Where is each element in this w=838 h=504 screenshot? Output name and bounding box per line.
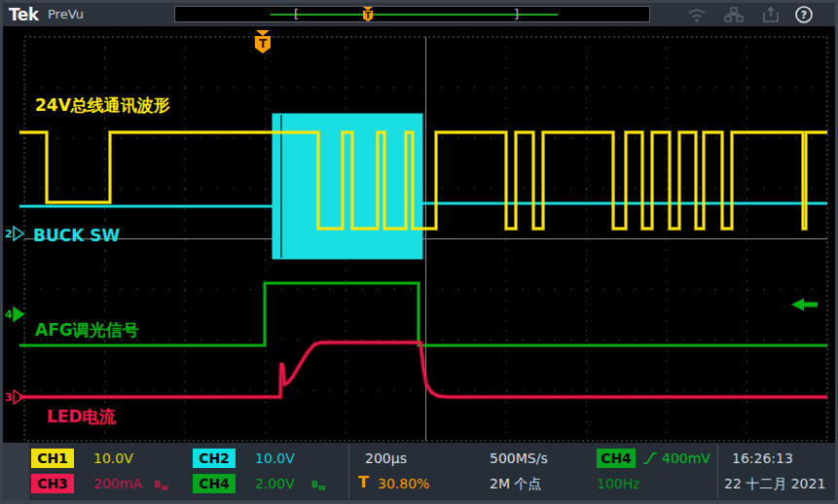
ch3-scale: 200mA	[93, 476, 142, 491]
clock-date: 22 十二月 2021	[724, 476, 825, 493]
scope-display: Tek PreVu [ ] T	[3, 3, 835, 500]
ch1-scale: 10.0V	[93, 450, 133, 466]
ch3-label: LED电流	[47, 407, 117, 426]
graticule-canvas: 243T 24V总线通讯波形BUCK SWAFG调光信号LED电流	[3, 26, 835, 446]
trigger-frequency-readout: 100Hz	[597, 476, 640, 491]
ch1-trace	[19, 132, 827, 229]
rising-edge-icon	[641, 450, 659, 467]
ch4-trace	[19, 283, 827, 345]
trigger-position-readout: 30.80%	[378, 476, 429, 491]
waveform-traces	[19, 115, 827, 397]
network-icon[interactable]	[723, 5, 745, 24]
help-icon[interactable]: ?	[793, 5, 815, 24]
ch4-bandwidth-limit-icon: BW	[311, 480, 326, 492]
horizontal-position-bar[interactable]: [ ] T	[174, 6, 650, 22]
svg-text:?: ?	[801, 9, 807, 21]
trigger-position-flag[interactable]: T	[255, 30, 271, 54]
readout-bar: CH1 10.0V CH2 10.0V CH3 200mA BW CH4 2.0…	[29, 443, 835, 500]
ch4-label: AFG调光信号	[35, 320, 139, 340]
svg-text:T: T	[365, 11, 372, 20]
channel-3-position-marker[interactable]: 3	[5, 391, 13, 404]
ch4-scale: 2.00V	[255, 476, 295, 491]
ch3-bandwidth-limit-icon: BW	[154, 480, 168, 492]
bottom-frame-block	[3, 443, 29, 500]
channel-2-position-marker[interactable]: 2	[5, 228, 13, 240]
sample-rate-readout: 500MS/s	[490, 450, 548, 466]
ch4-badge[interactable]: CH4	[193, 474, 236, 493]
ch2-label: BUCK SW	[33, 226, 121, 245]
trigger-source-badge[interactable]: CH4	[597, 449, 636, 468]
channel-4-position-marker[interactable]: 4	[5, 308, 13, 321]
channel-2-marker-arrow[interactable]	[14, 227, 23, 240]
svg-text:T: T	[259, 37, 268, 51]
clock-time: 16:26:13	[732, 450, 793, 466]
readout-divider	[348, 445, 349, 498]
trigger-position-mini-flag[interactable]: T	[361, 7, 375, 22]
ch3-badge[interactable]: CH3	[31, 474, 74, 493]
channel-4-marker-arrow[interactable]	[14, 307, 23, 321]
ch4-trace-fuzz	[19, 283, 827, 345]
record-length-readout: 2M 个点	[490, 476, 541, 493]
wifi-icon[interactable]	[686, 5, 708, 24]
ch2-burst-block	[273, 115, 421, 258]
readout-divider	[717, 445, 718, 498]
waveform-display-area[interactable]: 243T 24V总线通讯波形BUCK SWAFG调光信号LED电流	[3, 26, 835, 446]
ch1-badge[interactable]: CH1	[31, 449, 74, 468]
ch1-label: 24V总线通讯波形	[35, 95, 170, 115]
tek-logo: Tek	[9, 5, 39, 24]
acquisition-mode-label: PreVu	[48, 7, 84, 21]
waveform-labels: 24V总线通讯波形BUCK SWAFG调光信号LED电流	[33, 95, 170, 426]
timebase-readout: 200µs	[365, 450, 407, 466]
window-bracket-left: [	[294, 7, 299, 21]
trigger-level-arrow[interactable]	[791, 299, 818, 311]
ch2-badge[interactable]: CH2	[193, 449, 236, 468]
trigger-t-symbol: T	[358, 473, 369, 491]
top-status-bar: Tek PreVu [ ] T	[3, 3, 835, 26]
ch2-scale: 10.0V	[255, 450, 295, 466]
ch1-trace-fuzz	[19, 132, 827, 229]
oscilloscope-screen: { "header": { "brand": "Tek", "mode": "P…	[0, 0, 838, 504]
trigger-level-readout: 400mV	[662, 450, 710, 466]
save-export-icon[interactable]	[760, 5, 782, 24]
window-bracket-right: ]	[514, 7, 519, 21]
